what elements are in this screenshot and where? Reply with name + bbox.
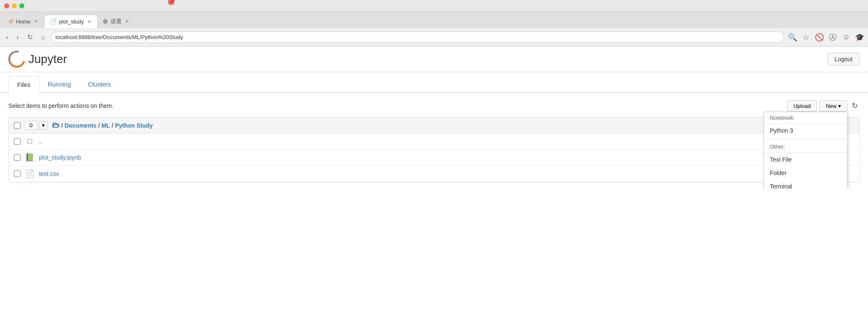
file-checkbox-notebook[interactable] — [14, 154, 21, 161]
plot-study-tab-favicon: 📄 — [49, 18, 57, 25]
tab-plot-study-label: plot_study — [59, 18, 84, 25]
smiley-icon[interactable]: ☺ — [841, 33, 851, 42]
minimize-traffic-light[interactable] — [12, 3, 17, 8]
breadcrumb: 🗁 / Documents / ML / Python Study — [52, 121, 153, 130]
dropdown-terminal[interactable]: Terminal — [764, 180, 847, 189]
window-titlebar — [0, 0, 868, 12]
new-dropdown-menu: Notebook: Python 3 Other: Text File Fold… — [764, 112, 847, 189]
count-badge: 0 ▾ — [25, 121, 48, 130]
breadcrumb-root-icon[interactable]: 🗁 — [52, 121, 60, 130]
dropdown-text-file[interactable]: Text File — [764, 153, 847, 166]
file-browser: 0 ▾ 🗁 / Documents / ML / Python Study 选一… — [8, 117, 860, 183]
jupyter-logo-svg — [8, 51, 25, 68]
address-bar: ‹ › ↻ ⌂ 🔍 ☆ 🚫 Ⓐ ☺ 🎓 — [0, 28, 868, 47]
browser-toolbar-icons: 🔍 ☆ 🚫 Ⓐ ☺ 🎓 — [787, 32, 865, 42]
jupyter-header: Jupyter Logout — [0, 47, 868, 72]
adblock-icon[interactable]: 🚫 — [814, 33, 824, 42]
count-dropdown-arrow[interactable]: ▾ — [39, 121, 48, 130]
action-bar: Select items to perform actions on them.… — [8, 99, 860, 112]
forward-button[interactable]: › — [14, 32, 21, 43]
star-icon[interactable]: ☆ — [801, 33, 811, 42]
upload-button[interactable]: Upload — [787, 100, 817, 112]
file-link-parent[interactable]: .. — [39, 138, 42, 145]
breadcrumb-sep-3: / — [112, 122, 113, 129]
tab-settings[interactable]: ⚙ 设置 ✕ — [98, 15, 135, 28]
reload-button[interactable]: ↻ — [25, 31, 35, 43]
tab-home-label: Home — [16, 18, 31, 25]
select-all-checkbox[interactable] — [14, 122, 21, 129]
dropdown-python3[interactable]: Python 3 — [764, 124, 847, 137]
tab-clusters[interactable]: Clusters — [80, 76, 120, 92]
address-input[interactable] — [51, 31, 784, 43]
close-traffic-light[interactable] — [4, 3, 9, 8]
count-input[interactable]: 0 — [25, 121, 37, 130]
main-container: ↺ Home ✕ 📄 plot_study ✕ ⚙ 设置 ✕ ‹ › ↻ ⌂ 🔍… — [0, 0, 868, 189]
zoom-icon[interactable]: 🔍 — [787, 33, 798, 42]
home-tab-favicon: ↺ — [8, 18, 13, 25]
other-section-label: Other: — [764, 141, 847, 153]
file-browser-header: 0 ▾ 🗁 / Documents / ML / Python Study 选一… — [9, 118, 859, 133]
jupyter-logo: Jupyter — [8, 51, 67, 68]
refresh-button[interactable]: ↻ — [850, 99, 860, 112]
tab-plot-study[interactable]: 📄 plot_study ✕ — [44, 15, 98, 28]
maximize-traffic-light[interactable] — [19, 3, 24, 8]
breadcrumb-python-study[interactable]: Python Study — [115, 122, 153, 129]
file-checkbox-csv[interactable] — [14, 170, 21, 177]
tab-plot-study-close[interactable]: ✕ — [86, 19, 92, 25]
file-link-notebook[interactable]: plot_study.ipynb — [39, 154, 81, 161]
new-button-wrapper: New ▾ Notebook: Python 3 Other: Text Fil… — [819, 100, 847, 112]
profile-icon[interactable]: Ⓐ — [828, 32, 838, 42]
new-button[interactable]: New ▾ — [819, 100, 847, 112]
tab-running[interactable]: Running — [39, 76, 80, 92]
tab-files[interactable]: Files — [8, 76, 39, 93]
action-bar-text: Select items to perform actions on them. — [8, 102, 114, 109]
breadcrumb-documents[interactable]: Documents — [65, 122, 96, 129]
file-row-notebook: 📗 plot_study.ipynb — [9, 149, 859, 166]
breadcrumb-ml[interactable]: ML — [101, 122, 110, 129]
tab-home[interactable]: ↺ Home ✕ — [3, 15, 44, 28]
tab-new-space[interactable] — [135, 16, 143, 27]
traffic-lights — [0, 0, 29, 12]
jupyter-title: Jupyter — [29, 52, 67, 66]
logout-button[interactable]: Logout — [827, 53, 860, 65]
action-buttons: Upload New ▾ Notebook: Python 3 Other: T… — [787, 99, 860, 112]
dropdown-folder[interactable]: Folder — [764, 166, 847, 180]
tab-home-close[interactable]: ✕ — [33, 18, 39, 24]
settings-tab-favicon: ⚙ — [103, 18, 108, 25]
file-row-csv: 📄 test.csv — [9, 166, 859, 182]
new-button-label: New ▾ — [826, 103, 841, 109]
tab-settings-label: 设置 — [111, 18, 122, 25]
extension-icon[interactable]: 🎓 — [855, 33, 865, 42]
nav-tabs-bar: Files Running Clusters — [0, 76, 868, 93]
content-area: Select items to perform actions on them.… — [0, 93, 868, 189]
file-row-parent: □ .. — [9, 133, 859, 149]
tab-bar: ↺ Home ✕ 📄 plot_study ✕ ⚙ 设置 ✕ — [0, 12, 868, 28]
dropdown-divider — [764, 139, 847, 139]
folder-up-icon: □ — [25, 137, 35, 146]
file-checkbox-parent[interactable] — [14, 138, 21, 145]
home-button[interactable]: ⌂ — [39, 32, 48, 43]
back-button[interactable]: ‹ — [3, 32, 10, 43]
breadcrumb-sep-1: / — [61, 122, 63, 129]
notebook-icon: 📗 — [25, 153, 35, 162]
file-link-csv[interactable]: test.csv — [39, 170, 59, 177]
tab-settings-close[interactable]: ✕ — [124, 18, 130, 24]
breadcrumb-sep-2: / — [98, 122, 100, 129]
csv-icon: 📄 — [25, 169, 35, 178]
notebook-section-label: Notebook: — [764, 112, 847, 124]
